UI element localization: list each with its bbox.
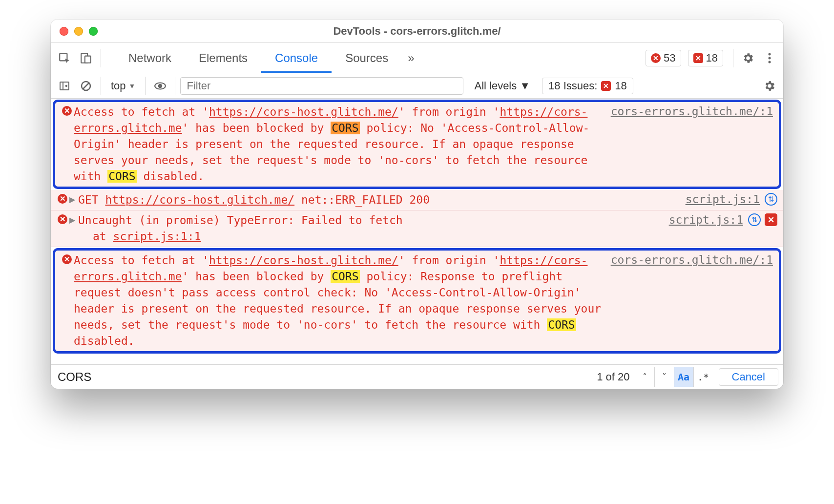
error-icon: ✕ bbox=[651, 53, 661, 63]
console-settings-icon[interactable] bbox=[760, 76, 779, 96]
errors-badge[interactable]: ✕ 53 bbox=[646, 50, 681, 66]
find-input[interactable] bbox=[51, 370, 592, 384]
expand-toggle-icon[interactable]: ▶ bbox=[69, 212, 78, 229]
error-icon: ✕ bbox=[58, 194, 67, 204]
error-message: GET https://cors-host.glitch.me/ net::ER… bbox=[78, 192, 679, 208]
log-levels-selector[interactable]: All levels ▼ bbox=[474, 80, 530, 92]
issues-count: 18 bbox=[706, 52, 718, 64]
find-status: 1 of 20 bbox=[592, 371, 634, 383]
svg-point-3 bbox=[769, 53, 771, 55]
svg-point-9 bbox=[158, 84, 163, 88]
context-label: top bbox=[111, 80, 126, 92]
source-link[interactable]: cors-errors.glitch.me/:1 bbox=[604, 252, 773, 349]
stack-link[interactable]: script.js:1:1 bbox=[113, 230, 201, 243]
separator bbox=[101, 77, 101, 95]
separator bbox=[101, 49, 101, 67]
stack-frame: at script.js:1:1 bbox=[56, 229, 201, 245]
separator bbox=[175, 77, 175, 95]
issues-link[interactable]: 18 Issues: ✕ 18 bbox=[542, 78, 633, 94]
network-link-icon[interactable]: ⇅ bbox=[748, 213, 761, 226]
console-error-row[interactable]: ✕ ▶ GET https://cors-host.glitch.me/ net… bbox=[51, 190, 783, 210]
tab-elements[interactable]: Elements bbox=[185, 43, 261, 73]
match-case-toggle[interactable]: Aa bbox=[674, 367, 693, 387]
separator bbox=[145, 77, 146, 95]
console-error-row[interactable]: ✕ Access to fetch at 'https://cors-host.… bbox=[53, 100, 781, 189]
find-prev-button[interactable]: ˄ bbox=[635, 367, 654, 387]
error-message: Uncaught (in promise) TypeError: Failed … bbox=[78, 212, 662, 229]
tab-overflow[interactable]: » bbox=[402, 43, 420, 73]
tab-console[interactable]: Console bbox=[261, 43, 332, 73]
tab-network[interactable]: Network bbox=[115, 43, 185, 73]
levels-label: All levels bbox=[474, 80, 517, 92]
issue-link-icon[interactable]: ✕ bbox=[765, 213, 777, 226]
settings-icon[interactable] bbox=[738, 48, 758, 68]
network-link-icon[interactable]: ⇅ bbox=[765, 193, 777, 206]
panel-tabs: Network Elements Console Sources » bbox=[115, 43, 420, 73]
error-message: Access to fetch at 'https://cors-host.gl… bbox=[74, 104, 604, 185]
main-tabbar: Network Elements Console Sources » ✕ 53 … bbox=[51, 43, 783, 73]
titlebar: DevTools - cors-errors.glitch.me/ bbox=[51, 20, 783, 43]
svg-point-5 bbox=[769, 61, 771, 63]
console-error-row[interactable]: ✕ Access to fetch at 'https://cors-host.… bbox=[53, 248, 781, 354]
devtools-window: DevTools - cors-errors.glitch.me/ Networ… bbox=[51, 20, 783, 389]
source-link[interactable]: script.js:1 bbox=[662, 212, 743, 229]
find-next-button[interactable]: ˅ bbox=[654, 367, 674, 387]
error-message: Access to fetch at 'https://cors-host.gl… bbox=[74, 252, 604, 349]
filter-input[interactable] bbox=[180, 77, 463, 95]
source-link[interactable]: cors-errors.glitch.me/:1 bbox=[604, 104, 773, 185]
sidebar-toggle-icon[interactable] bbox=[55, 76, 74, 96]
live-expression-icon[interactable] bbox=[150, 76, 170, 96]
expand-toggle-icon[interactable]: ▶ bbox=[69, 192, 78, 208]
console-toolbar: top ▼ All levels ▼ 18 Issues: ✕ 18 bbox=[51, 73, 783, 99]
regex-toggle[interactable]: .* bbox=[693, 367, 713, 387]
error-icon: ✕ bbox=[58, 214, 67, 224]
console-messages: ✕ Access to fetch at 'https://cors-host.… bbox=[51, 100, 783, 364]
chevron-down-icon: ▼ bbox=[520, 80, 530, 92]
find-bar: 1 of 20 ˄ ˅ Aa .* Cancel bbox=[51, 364, 783, 389]
clear-console-icon[interactable] bbox=[76, 76, 96, 96]
svg-rect-2 bbox=[85, 56, 91, 63]
error-icon: ✕ bbox=[62, 254, 72, 264]
find-cancel-button[interactable]: Cancel bbox=[719, 368, 778, 386]
console-error-row[interactable]: ✕ ▶ Uncaught (in promise) TypeError: Fai… bbox=[51, 210, 783, 247]
errors-count: 53 bbox=[664, 52, 675, 64]
window-title: DevTools - cors-errors.glitch.me/ bbox=[51, 25, 783, 38]
issues-badge-count: 18 bbox=[615, 80, 626, 92]
error-icon: ✕ bbox=[62, 106, 72, 116]
kebab-menu-icon[interactable] bbox=[760, 48, 779, 68]
tab-sources[interactable]: Sources bbox=[332, 43, 402, 73]
issue-icon: ✕ bbox=[601, 81, 611, 91]
issue-icon: ✕ bbox=[693, 53, 703, 63]
issues-label: 18 Issues: bbox=[548, 80, 597, 92]
context-selector[interactable]: top ▼ bbox=[106, 80, 140, 92]
issues-badge[interactable]: ✕ 18 bbox=[688, 50, 723, 66]
source-link[interactable]: script.js:1 bbox=[679, 192, 760, 208]
inspect-element-icon[interactable] bbox=[55, 48, 74, 68]
separator bbox=[733, 49, 733, 67]
device-toolbar-icon[interactable] bbox=[76, 48, 96, 68]
svg-point-4 bbox=[769, 57, 771, 59]
chevron-down-icon: ▼ bbox=[129, 82, 136, 90]
